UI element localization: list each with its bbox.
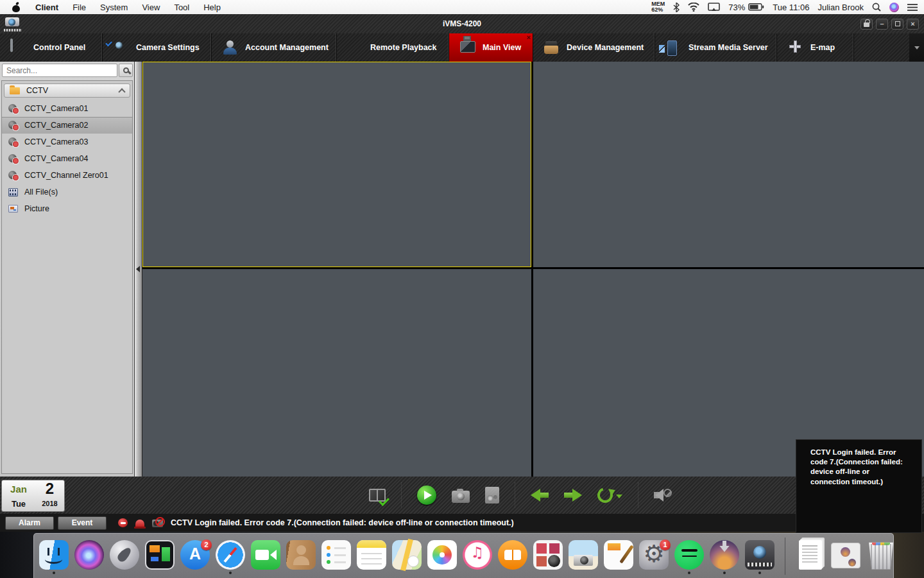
tab-account-management[interactable]: Account Management (212, 33, 337, 62)
tab-device-management[interactable]: Device Management (533, 33, 655, 62)
tab-camera-settings[interactable]: Camera Settings (103, 33, 212, 62)
video-pane-1-selected[interactable] (142, 62, 531, 267)
tab-label: Control Panel (33, 43, 85, 52)
collapse-sidebar-icon[interactable] (136, 266, 140, 272)
menu-view[interactable]: View (135, 0, 167, 14)
menu-user[interactable]: Julian Brook (817, 3, 864, 12)
close-button[interactable]: × (907, 19, 919, 30)
sidebar-splitter[interactable] (135, 62, 142, 477)
alarm-tab[interactable]: Alarm (5, 516, 54, 530)
tab-remote-playback[interactable]: Remote Playback (337, 33, 449, 62)
camera-offline-icon[interactable] (152, 520, 163, 527)
dock-icon-facetime[interactable] (251, 538, 280, 575)
wifi-icon[interactable] (688, 3, 699, 12)
apple-menu-icon[interactable] (12, 2, 21, 12)
airplay-display-icon[interactable] (708, 3, 720, 12)
dock-icon-app-store[interactable]: 2 (180, 538, 210, 575)
dock-icon-notes[interactable] (357, 538, 386, 575)
dock-icon-image-capture[interactable] (569, 538, 598, 575)
date-year: 2018 (35, 500, 64, 507)
play-all-button[interactable] (417, 486, 436, 505)
dock-icon-siri[interactable] (74, 538, 104, 575)
tab-emap[interactable]: E-map (777, 33, 854, 62)
menu-clock[interactable]: Tue 11:06 (773, 3, 809, 12)
alarm-siren-icon[interactable] (135, 520, 144, 527)
event-tab[interactable]: Event (58, 516, 107, 530)
next-page-button[interactable] (564, 489, 582, 502)
dock-icon-spotify[interactable] (674, 538, 704, 575)
dock-icon-pages[interactable] (604, 538, 633, 575)
tab-label: Remote Playback (370, 43, 437, 52)
battery-indicator[interactable]: 73% (728, 3, 764, 12)
menu-system[interactable]: System (93, 0, 135, 14)
date-day: 2 (35, 480, 64, 498)
notification-center-icon[interactable] (907, 3, 918, 12)
dock-icon-ivms-4200[interactable] (745, 538, 774, 575)
mute-audio-button[interactable] (654, 487, 673, 503)
minimize-button[interactable]: – (876, 19, 888, 30)
tree-item-picture[interactable]: Picture (2, 200, 132, 217)
tab-close-icon[interactable]: × (527, 34, 531, 41)
menu-help[interactable]: Help (196, 0, 228, 14)
search-input[interactable] (2, 64, 117, 77)
dock-icon-finder[interactable] (39, 538, 69, 575)
tab-label: Device Management (567, 43, 644, 52)
menu-tool[interactable]: Tool (167, 0, 196, 14)
dock-icon-maps[interactable] (392, 538, 422, 575)
tree-item-label: CCTV_Camera02 (24, 121, 88, 130)
tab-stream-media-server[interactable]: Stream Media Server (655, 33, 777, 62)
bluetooth-icon[interactable] (673, 3, 680, 12)
dock-icon-contacts[interactable] (286, 538, 316, 575)
tree-item-camera04[interactable]: CCTV_Camera04 (2, 150, 132, 167)
tab-main-view[interactable]: Main View × (449, 33, 533, 62)
tree-item-camera03[interactable]: CCTV_Camera03 (2, 134, 132, 150)
tree-item-all-files[interactable]: All File(s) (2, 184, 132, 200)
chevron-down-icon[interactable] (616, 495, 622, 498)
dock-icon-launchpad[interactable] (110, 538, 139, 575)
tab-label: Camera Settings (136, 43, 200, 52)
menu-file[interactable]: File (65, 0, 93, 14)
dock-icon-mission-control[interactable] (145, 538, 175, 575)
search-button[interactable] (119, 64, 133, 77)
siri-icon[interactable] (889, 3, 899, 12)
battery-percent: 73% (728, 3, 745, 12)
tree-item-channel-zero[interactable]: CCTV_Channel Zero01 (2, 167, 132, 184)
maximize-button[interactable] (891, 19, 903, 30)
video-pane-2[interactable] (533, 62, 924, 267)
lock-icon (864, 22, 869, 27)
maximize-icon (895, 21, 900, 26)
auto-switch-button[interactable] (597, 487, 622, 503)
date-month: Jan (2, 484, 35, 495)
tree-item-camera01[interactable]: CCTV_Camera01 (2, 100, 132, 117)
record-button[interactable] (485, 487, 499, 504)
dock-icon-install-macos[interactable] (710, 538, 739, 575)
error-notification[interactable]: CCTV Login failed. Error code 7.(Connect… (796, 439, 922, 533)
tab-overflow-button[interactable] (909, 33, 924, 62)
tree-group-cctv[interactable]: CCTV (4, 83, 130, 98)
spotlight-search-icon[interactable] (872, 3, 881, 12)
dock-icon-itunes[interactable] (463, 538, 492, 575)
tree-item-camera02[interactable]: CCTV_Camera02 (2, 117, 132, 134)
lock-button[interactable] (860, 19, 873, 30)
dock-icon-disk-image[interactable] (831, 538, 860, 575)
refresh-icon (595, 485, 615, 505)
video-pane-3[interactable] (142, 269, 531, 477)
dock-icon-photo-booth[interactable] (533, 538, 563, 575)
toolbar-separator (515, 482, 515, 508)
dock-icon-reminders[interactable] (321, 538, 351, 575)
menu-app[interactable]: Client (28, 0, 65, 14)
alarm-bell-icon[interactable] (118, 518, 128, 527)
snapshot-button[interactable] (452, 491, 470, 503)
previous-page-button[interactable] (531, 489, 549, 502)
dock-icon-photos[interactable] (427, 538, 457, 575)
memory-indicator[interactable]: MEM 62% (651, 1, 665, 13)
window-title-bar[interactable]: iVMS-4200 – × (0, 14, 924, 33)
dock-icon-system-preferences[interactable]: 1 (639, 538, 669, 575)
dock-icon-ibooks[interactable] (498, 538, 527, 575)
screen-division-button[interactable] (369, 489, 386, 502)
dock-icon-safari[interactable] (216, 538, 245, 575)
macos-dock: 2 1 (33, 533, 894, 578)
tab-control-panel[interactable]: Control Panel (0, 33, 103, 62)
dock-icon-trash[interactable] (866, 538, 896, 575)
dock-icon-documents[interactable] (796, 538, 825, 575)
